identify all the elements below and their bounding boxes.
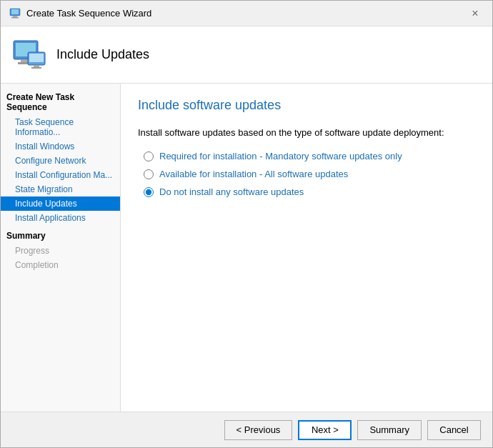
content-title: Include software updates bbox=[138, 98, 475, 113]
wizard-window: Create Task Sequence Wizard × Include Up… bbox=[0, 0, 493, 448]
sidebar-item-state-migration[interactable]: State Migration bbox=[1, 182, 120, 196]
radio-available-label: Available for installation - All softwar… bbox=[159, 169, 348, 179]
cancel-button[interactable]: Cancel bbox=[427, 420, 481, 440]
sidebar-item-completion: Completion bbox=[1, 258, 120, 272]
previous-button[interactable]: < Previous bbox=[224, 420, 293, 440]
sidebar-item-include-updates[interactable]: Include Updates bbox=[1, 196, 120, 211]
title-bar-left: Create Task Sequence Wizard bbox=[9, 8, 151, 19]
title-bar: Create Task Sequence Wizard × bbox=[1, 1, 492, 26]
radio-required-label: Required for installation - Mandatory so… bbox=[159, 151, 402, 161]
header-title: Include Updates bbox=[56, 47, 149, 62]
svg-rect-11 bbox=[31, 67, 41, 69]
content-description: Install software updates based on the ty… bbox=[138, 127, 475, 138]
summary-button[interactable]: Summary bbox=[357, 420, 422, 440]
sidebar: Create New Task Sequence Task Sequence I… bbox=[1, 84, 121, 412]
sidebar-item-install-config-mgr[interactable]: Install Configuration Ma... bbox=[1, 168, 120, 182]
svg-rect-9 bbox=[29, 54, 44, 62]
header-icon bbox=[12, 38, 46, 72]
radio-required[interactable]: Required for installation - Mandatory so… bbox=[144, 151, 475, 161]
radio-do-not-install-input[interactable] bbox=[144, 187, 154, 197]
radio-available-input[interactable] bbox=[144, 169, 154, 179]
next-button[interactable]: Next > bbox=[298, 420, 352, 440]
radio-required-input[interactable] bbox=[144, 151, 154, 161]
svg-rect-3 bbox=[11, 17, 19, 19]
svg-rect-2 bbox=[13, 16, 17, 17]
close-button[interactable]: × bbox=[467, 5, 484, 22]
svg-rect-1 bbox=[11, 9, 19, 14]
wizard-icon bbox=[9, 8, 21, 19]
window-title: Create Task Sequence Wizard bbox=[26, 8, 151, 19]
main-content: Create New Task Sequence Task Sequence I… bbox=[1, 84, 492, 412]
svg-rect-10 bbox=[34, 65, 39, 67]
radio-group: Required for installation - Mandatory so… bbox=[144, 151, 475, 197]
sidebar-item-configure-network[interactable]: Configure Network bbox=[1, 154, 120, 168]
header-section: Include Updates bbox=[1, 26, 492, 84]
sidebar-item-install-applications[interactable]: Install Applications bbox=[1, 211, 120, 225]
sidebar-summary-label: Summary bbox=[1, 228, 120, 244]
radio-available[interactable]: Available for installation - All softwar… bbox=[144, 169, 475, 179]
content-area: Include software updates Install softwar… bbox=[121, 84, 492, 412]
footer: < Previous Next > Summary Cancel bbox=[1, 412, 492, 447]
sidebar-item-install-windows[interactable]: Install Windows bbox=[1, 139, 120, 154]
radio-do-not-install-label: Do not install any software updates bbox=[159, 186, 304, 197]
sidebar-group-label: Create New Task Sequence bbox=[1, 89, 120, 115]
sidebar-item-task-sequence-info[interactable]: Task Sequence Informatio... bbox=[1, 115, 120, 139]
sidebar-item-progress: Progress bbox=[1, 244, 120, 258]
radio-do-not-install[interactable]: Do not install any software updates bbox=[144, 186, 475, 197]
